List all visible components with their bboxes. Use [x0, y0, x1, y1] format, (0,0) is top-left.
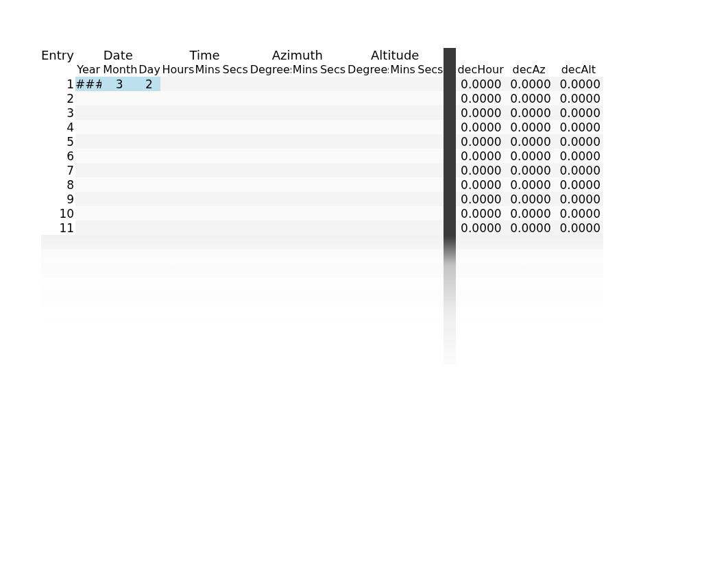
cell-az-min[interactable] — [291, 91, 319, 105]
cell-year[interactable] — [75, 120, 101, 134]
cell-hours[interactable] — [160, 163, 193, 177]
cell-alt-deg[interactable] — [346, 120, 389, 134]
cell-az-deg[interactable] — [249, 206, 291, 221]
cell-day[interactable] — [137, 206, 160, 221]
cell-hours[interactable] — [160, 221, 193, 235]
cell-alt-sec[interactable] — [416, 221, 444, 235]
cell-dechour[interactable]: 0.0000 — [456, 163, 504, 177]
cell-entry[interactable]: 7 — [41, 163, 75, 177]
cell-az-sec[interactable] — [319, 134, 346, 149]
cell-alt-min[interactable] — [389, 91, 416, 105]
cell-month[interactable] — [101, 120, 137, 134]
cell-decalt[interactable]: 0.0000 — [554, 120, 603, 134]
cell-dechour[interactable]: 0.0000 — [456, 77, 504, 91]
cell-secs[interactable] — [221, 134, 249, 149]
cell-mins[interactable] — [194, 163, 221, 177]
cell-day[interactable]: 2 — [137, 77, 160, 91]
cell-entry[interactable]: 11 — [41, 221, 75, 235]
table-row[interactable]: 100.00000.00000.0000 — [41, 206, 603, 221]
cell-az-deg[interactable] — [249, 177, 291, 192]
cell-month[interactable] — [101, 91, 137, 105]
cell-hours[interactable] — [160, 105, 193, 120]
cell-az-min[interactable] — [291, 149, 319, 163]
cell-secs[interactable] — [221, 105, 249, 120]
cell-dechour[interactable]: 0.0000 — [456, 221, 504, 235]
cell-mins[interactable] — [194, 134, 221, 149]
cell-alt-sec[interactable] — [416, 206, 444, 221]
cell-az-sec[interactable] — [319, 177, 346, 192]
cell-year[interactable] — [75, 192, 101, 206]
cell-alt-deg[interactable] — [346, 221, 389, 235]
cell-year[interactable] — [75, 149, 101, 163]
cell-day[interactable] — [137, 134, 160, 149]
cell-secs[interactable] — [221, 120, 249, 134]
cell-alt-sec[interactable] — [416, 163, 444, 177]
cell-decaz[interactable]: 0.0000 — [505, 192, 554, 206]
table-row[interactable]: 90.00000.00000.0000 — [41, 192, 603, 206]
spreadsheet-region[interactable]: Entry Date Time Azimuth Altitude Year Mo… — [41, 48, 603, 364]
cell-az-sec[interactable] — [319, 149, 346, 163]
cell-alt-deg[interactable] — [346, 91, 389, 105]
cell-az-deg[interactable] — [249, 192, 291, 206]
cell-secs[interactable] — [221, 221, 249, 235]
cell-decalt[interactable]: 0.0000 — [554, 192, 603, 206]
cell-decalt[interactable]: 0.0000 — [554, 134, 603, 149]
cell-alt-min[interactable] — [389, 177, 416, 192]
cell-entry[interactable]: 8 — [41, 177, 75, 192]
cell-alt-sec[interactable] — [416, 177, 444, 192]
cell-day[interactable] — [137, 149, 160, 163]
cell-decaz[interactable]: 0.0000 — [505, 221, 554, 235]
cell-hours[interactable] — [160, 149, 193, 163]
cell-day[interactable] — [137, 163, 160, 177]
cell-az-deg[interactable] — [249, 91, 291, 105]
cell-month[interactable] — [101, 206, 137, 221]
cell-entry[interactable]: 9 — [41, 192, 75, 206]
cell-alt-deg[interactable] — [346, 192, 389, 206]
cell-alt-deg[interactable] — [346, 163, 389, 177]
cell-hours[interactable] — [160, 192, 193, 206]
cell-alt-deg[interactable] — [346, 206, 389, 221]
cell-hours[interactable] — [160, 177, 193, 192]
cell-alt-deg[interactable] — [346, 105, 389, 120]
cell-az-min[interactable] — [291, 192, 319, 206]
cell-az-min[interactable] — [291, 221, 319, 235]
cell-dechour[interactable]: 0.0000 — [456, 134, 504, 149]
cell-decaz[interactable]: 0.0000 — [505, 177, 554, 192]
cell-az-min[interactable] — [291, 77, 319, 91]
cell-alt-min[interactable] — [389, 120, 416, 134]
table-row[interactable]: 70.00000.00000.0000 — [41, 163, 603, 177]
cell-day[interactable] — [137, 221, 160, 235]
cell-az-min[interactable] — [291, 120, 319, 134]
cell-az-deg[interactable] — [249, 120, 291, 134]
cell-az-sec[interactable] — [319, 91, 346, 105]
cell-dechour[interactable]: 0.0000 — [456, 192, 504, 206]
cell-entry[interactable]: 2 — [41, 91, 75, 105]
data-table[interactable]: Entry Date Time Azimuth Altitude Year Mo… — [41, 48, 603, 364]
cell-day[interactable] — [137, 177, 160, 192]
cell-dechour[interactable]: 0.0000 — [456, 91, 504, 105]
cell-day[interactable] — [137, 120, 160, 134]
cell-secs[interactable] — [221, 149, 249, 163]
cell-month[interactable] — [101, 163, 137, 177]
table-row[interactable]: 1###320.00000.00000.0000 — [41, 77, 603, 91]
cell-decalt[interactable]: 0.0000 — [554, 91, 603, 105]
cell-decalt[interactable]: 0.0000 — [554, 149, 603, 163]
cell-day[interactable] — [137, 105, 160, 120]
cell-mins[interactable] — [194, 192, 221, 206]
cell-decaz[interactable]: 0.0000 — [505, 206, 554, 221]
table-row[interactable]: 110.00000.00000.0000 — [41, 221, 603, 235]
cell-dechour[interactable]: 0.0000 — [456, 120, 504, 134]
table-row[interactable]: 40.00000.00000.0000 — [41, 120, 603, 134]
table-row[interactable]: 20.00000.00000.0000 — [41, 91, 603, 105]
cell-az-deg[interactable] — [249, 105, 291, 120]
cell-alt-sec[interactable] — [416, 192, 444, 206]
cell-entry[interactable]: 3 — [41, 105, 75, 120]
cell-decalt[interactable]: 0.0000 — [554, 163, 603, 177]
cell-az-min[interactable] — [291, 134, 319, 149]
cell-hours[interactable] — [160, 77, 193, 91]
cell-decalt[interactable]: 0.0000 — [554, 177, 603, 192]
cell-entry[interactable]: 4 — [41, 120, 75, 134]
cell-alt-sec[interactable] — [416, 149, 444, 163]
cell-hours[interactable] — [160, 206, 193, 221]
cell-alt-sec[interactable] — [416, 134, 444, 149]
